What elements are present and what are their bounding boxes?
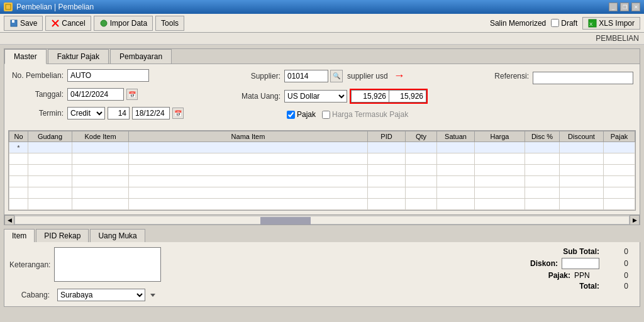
section-title: PEMBELIAN xyxy=(596,34,639,43)
draft-label: Draft xyxy=(561,19,577,28)
main-tab-bar: Master Faktur Pajak Pembayaran xyxy=(4,49,640,64)
bottom-content-area: Keterangan: Cabang: Surabaya Sub Total: … xyxy=(4,242,640,307)
minimize-button[interactable]: _ xyxy=(609,3,618,11)
row-kode-item xyxy=(72,142,129,153)
impor-data-button[interactable]: Impor Data xyxy=(94,16,153,31)
keterangan-textarea[interactable] xyxy=(54,247,161,282)
xls-icon: X xyxy=(588,19,597,28)
currency-rate1-input[interactable] xyxy=(351,90,389,103)
save-button[interactable]: Save xyxy=(4,16,43,31)
pajak-row: Pajak Harga Termasuk Pajak xyxy=(287,110,428,119)
tanggal-input[interactable] xyxy=(67,88,124,101)
left-form-section: No. Pembelian: Tanggal: 📅 Termin: xyxy=(11,69,184,123)
harga-termasuk-pajak-checkbox[interactable] xyxy=(322,111,330,119)
impor-icon xyxy=(99,19,108,28)
no-pembelian-label: No. Pembelian: xyxy=(11,71,67,80)
row-discount xyxy=(560,142,604,153)
termin-select[interactable]: Credit xyxy=(67,107,105,119)
cabang-select[interactable]: Surabaya xyxy=(57,289,145,301)
col-kode-item: Kode Item xyxy=(72,131,129,142)
xls-button[interactable]: X XLS Impor xyxy=(582,17,640,30)
currency-select[interactable]: US Dollar xyxy=(284,90,347,103)
termin-calendar-icon[interactable]: 📅 xyxy=(172,108,184,119)
table-row[interactable]: * xyxy=(9,142,635,153)
col-nama-item: Nama Item xyxy=(129,131,368,142)
referensi-input[interactable] xyxy=(533,72,633,84)
referensi-section: Referensi: xyxy=(476,69,633,123)
sub-total-value: 0 xyxy=(603,247,628,256)
currency-rate2-input[interactable] xyxy=(389,90,426,103)
row-gudang xyxy=(28,142,72,153)
mata-uang-row: Mata Uang: US Dollar xyxy=(228,89,428,104)
totals-area: Sub Total: 0 Diskon: 0 Pajak: PPN 0 Tota… xyxy=(508,247,635,301)
draft-checkbox-label: Draft xyxy=(551,19,577,28)
mata-uang-label: Mata Uang: xyxy=(228,92,284,101)
scroll-right-button[interactable]: ▶ xyxy=(630,215,640,225)
col-qty: Qty xyxy=(406,131,437,142)
data-table-container: No Gudang Kode Item Nama Item PID Qty Sa… xyxy=(8,130,636,211)
row-pid xyxy=(368,142,406,153)
supplier-search-button[interactable]: 🔍 xyxy=(330,70,343,82)
table-row xyxy=(9,199,635,210)
draft-checkbox[interactable] xyxy=(551,19,559,27)
scroll-thumb[interactable] xyxy=(260,217,311,225)
col-pajak: Pajak xyxy=(604,131,635,142)
harga-termasuk-pajak-text: Harga Termasuk Pajak xyxy=(332,110,408,119)
app-icon xyxy=(4,3,13,11)
cancel-icon xyxy=(51,19,60,28)
termin-date-input[interactable] xyxy=(132,107,170,119)
harga-termasuk-pajak-label: Harga Termasuk Pajak xyxy=(322,110,408,119)
table-row xyxy=(9,165,635,176)
supplier-row: Supplier: 🔍 supplier usd → xyxy=(228,69,428,82)
table-header-row: No Gudang Kode Item Nama Item PID Qty Sa… xyxy=(9,131,635,142)
impor-data-label: Impor Data xyxy=(110,19,147,28)
tab-pembayaran[interactable]: Pembayaran xyxy=(110,49,172,64)
title-bar: Pembelian | Pembelian _ ❐ ✕ xyxy=(0,0,644,14)
sub-total-label: Sub Total: xyxy=(549,247,599,256)
table-row xyxy=(9,176,635,187)
cabang-label: Cabang: xyxy=(9,291,53,299)
referensi-label: Referensi: xyxy=(476,72,533,80)
row-nama-item xyxy=(129,142,368,153)
horizontal-scrollbar[interactable]: ◀ ▶ xyxy=(4,214,640,225)
salin-memorized-button[interactable]: Salin Memorized xyxy=(490,19,546,28)
table-row xyxy=(9,187,635,199)
pajak-checkbox-label: Pajak xyxy=(287,110,316,119)
tools-button[interactable]: Tools xyxy=(155,16,184,31)
bottom-tab-item[interactable]: Item xyxy=(4,229,35,242)
bottom-tab-pid-rekap[interactable]: PID Rekap xyxy=(36,229,89,242)
svg-text:X: X xyxy=(589,21,593,27)
scroll-left-button[interactable]: ◀ xyxy=(4,215,14,225)
restore-button[interactable]: ❐ xyxy=(620,3,629,11)
termin-days-input[interactable] xyxy=(108,107,130,119)
total-row: Total: 0 xyxy=(508,282,628,291)
col-discount: Discount xyxy=(560,131,604,142)
col-harga: Harga xyxy=(475,131,525,142)
bottom-tab-uang-muka[interactable]: Uang Muka xyxy=(90,229,145,242)
pajak-checkbox[interactable] xyxy=(287,111,295,119)
tab-master[interactable]: Master xyxy=(4,49,47,64)
diskon-label: Diskon: xyxy=(508,259,558,268)
close-button[interactable]: ✕ xyxy=(631,3,640,11)
pajak-label: Pajak xyxy=(297,110,316,119)
bottom-section: Item PID Rekap Uang Muka Keterangan: Cab… xyxy=(0,229,644,307)
svg-rect-2 xyxy=(12,20,14,23)
scroll-track[interactable] xyxy=(14,216,630,225)
items-table: No Gudang Kode Item Nama Item PID Qty Sa… xyxy=(9,131,635,210)
no-pembelian-input[interactable] xyxy=(67,69,149,82)
pajak-type: PPN xyxy=(574,271,599,280)
pajak-total-row: Pajak: PPN 0 xyxy=(508,271,628,280)
calendar-icon[interactable]: 📅 xyxy=(126,89,138,100)
tanggal-label: Tanggal: xyxy=(11,90,67,99)
diskon-input[interactable] xyxy=(562,258,599,269)
row-qty xyxy=(406,142,437,153)
toolbar: Save Cancel Impor Data Tools Salin Memor… xyxy=(0,14,644,33)
row-pajak xyxy=(604,142,635,153)
total-label: Total: xyxy=(549,282,599,291)
tab-faktur-pajak[interactable]: Faktur Pajak xyxy=(48,49,109,64)
save-label: Save xyxy=(20,19,37,28)
col-disc: Disc % xyxy=(525,131,560,142)
cancel-button[interactable]: Cancel xyxy=(45,16,91,31)
middle-form-section: Supplier: 🔍 supplier usd → Mata Uang: xyxy=(228,69,428,123)
supplier-code-input[interactable] xyxy=(284,70,328,82)
